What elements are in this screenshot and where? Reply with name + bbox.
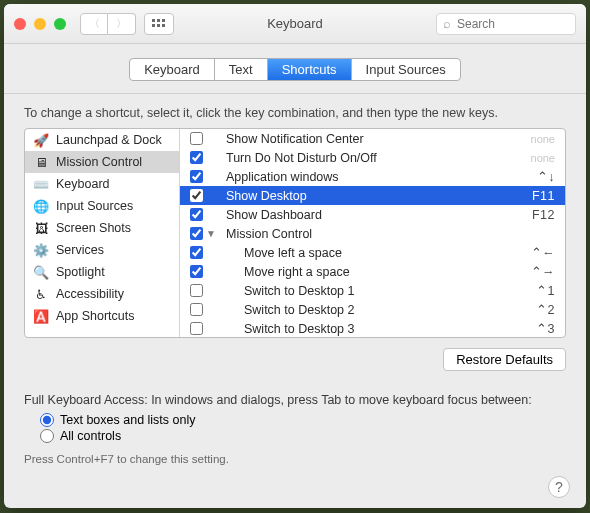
fka-option[interactable]: All controls [40, 429, 566, 443]
category-label: Screen Shots [56, 221, 131, 235]
shortcut-key[interactable]: ⌃← [531, 245, 556, 260]
restore-defaults-button[interactable]: Restore Defaults [443, 348, 566, 371]
svg-rect-2 [162, 19, 165, 22]
shortcut-label: Move left a space [220, 246, 531, 260]
help-button[interactable]: ? [548, 476, 570, 498]
shortcut-key[interactable]: ⌃2 [536, 302, 555, 317]
category-list[interactable]: 🚀Launchpad & Dock🖥Mission Control⌨️Keybo… [25, 129, 180, 337]
shortcut-row[interactable]: Switch to Desktop 2⌃2 [180, 300, 565, 319]
shortcut-checkbox[interactable] [190, 189, 203, 202]
svg-rect-4 [157, 24, 160, 27]
fka-options: Text boxes and lists onlyAll controls [40, 413, 566, 445]
shortcut-row[interactable]: Turn Do Not Disturb On/Offnone [180, 148, 565, 167]
category-label: Accessibility [56, 287, 124, 301]
shortcut-row[interactable]: Move right a space⌃→ [180, 262, 565, 281]
shortcut-checkbox[interactable] [190, 170, 203, 183]
forward-button[interactable]: 〉 [108, 13, 136, 35]
tab-keyboard[interactable]: Keyboard [130, 59, 215, 80]
category-icon: 🖼 [33, 220, 49, 236]
category-icon: ⚙️ [33, 242, 49, 258]
nav-buttons: 〈 〉 [80, 13, 136, 35]
shortcut-label: Application windows [220, 170, 537, 184]
grid-icon [152, 19, 166, 29]
category-label: Spotlight [56, 265, 105, 279]
shortcut-checkbox[interactable] [190, 208, 203, 221]
shortcut-row[interactable]: ▼Mission Control [180, 224, 565, 243]
category-launchpad-dock[interactable]: 🚀Launchpad & Dock [25, 129, 179, 151]
shortcut-row[interactable]: Move left a space⌃← [180, 243, 565, 262]
shortcut-row[interactable]: Application windows⌃↓ [180, 167, 565, 186]
shortcut-label: Show Dashboard [220, 208, 532, 222]
category-spotlight[interactable]: 🔍Spotlight [25, 261, 179, 283]
svg-rect-5 [162, 24, 165, 27]
shortcut-key[interactable]: F12 [532, 208, 555, 222]
category-label: Keyboard [56, 177, 110, 191]
shortcut-label: Show Notification Center [220, 132, 531, 146]
shortcut-checkbox[interactable] [190, 246, 203, 259]
shortcut-checkbox[interactable] [190, 284, 203, 297]
shortcut-checkbox[interactable] [190, 132, 203, 145]
shortcut-key[interactable]: ⌃↓ [537, 169, 555, 184]
search-field[interactable]: ⌕ [436, 13, 576, 35]
panels: 🚀Launchpad & Dock🖥Mission Control⌨️Keybo… [24, 128, 566, 338]
content: To change a shortcut, select it, click t… [4, 94, 586, 508]
category-mission-control[interactable]: 🖥Mission Control [25, 151, 179, 173]
shortcut-row[interactable]: Switch to Desktop 1⌃1 [180, 281, 565, 300]
back-button[interactable]: 〈 [80, 13, 108, 35]
svg-rect-0 [152, 19, 155, 22]
search-input[interactable] [457, 17, 590, 31]
shortcut-ghost: none [531, 133, 555, 145]
category-icon: 🅰️ [33, 308, 49, 324]
shortcut-checkbox[interactable] [190, 322, 203, 335]
category-screen-shots[interactable]: 🖼Screen Shots [25, 217, 179, 239]
close-button[interactable] [14, 18, 26, 30]
category-icon: 🚀 [33, 132, 49, 148]
shortcut-checkbox[interactable] [190, 151, 203, 164]
shortcut-checkbox[interactable] [190, 227, 203, 240]
shortcut-list[interactable]: Show Notification CenternoneTurn Do Not … [180, 129, 565, 337]
category-label: Launchpad & Dock [56, 133, 162, 147]
shortcut-row[interactable]: Show DashboardF12 [180, 205, 565, 224]
tab-shortcuts[interactable]: Shortcuts [268, 59, 352, 80]
shortcut-row[interactable]: Show Notification Centernone [180, 129, 565, 148]
preferences-window: 〈 〉 Keyboard ⌕ KeyboardTextShortcutsInpu… [4, 4, 586, 508]
fka-option[interactable]: Text boxes and lists only [40, 413, 566, 427]
category-input-sources[interactable]: 🌐Input Sources [25, 195, 179, 217]
full-keyboard-access-label: Full Keyboard Access: In windows and dia… [24, 393, 566, 407]
shortcut-label: Switch to Desktop 1 [220, 284, 536, 298]
fka-option-label: Text boxes and lists only [60, 413, 196, 427]
shortcut-label: Switch to Desktop 2 [220, 303, 536, 317]
shortcut-label: Mission Control [220, 227, 555, 241]
instruction-text: To change a shortcut, select it, click t… [24, 106, 566, 120]
shortcut-checkbox[interactable] [190, 303, 203, 316]
zoom-button[interactable] [54, 18, 66, 30]
shortcut-row[interactable]: Switch to Desktop 3⌃3 [180, 319, 565, 337]
category-label: Input Sources [56, 199, 133, 213]
shortcut-key[interactable]: ⌃1 [536, 283, 555, 298]
category-icon: 🖥 [33, 154, 49, 170]
category-keyboard[interactable]: ⌨️Keyboard [25, 173, 179, 195]
shortcut-label: Show Desktop [220, 189, 532, 203]
search-icon: ⌕ [443, 16, 451, 31]
fka-radio[interactable] [40, 413, 54, 427]
show-all-button[interactable] [144, 13, 174, 35]
shortcut-label: Turn Do Not Disturb On/Off [220, 151, 531, 165]
shortcut-key[interactable]: ⌃→ [531, 264, 556, 279]
category-services[interactable]: ⚙️Services [25, 239, 179, 261]
minimize-button[interactable] [34, 18, 46, 30]
tab-text[interactable]: Text [215, 59, 268, 80]
shortcut-key[interactable]: F11 [532, 189, 555, 203]
shortcut-checkbox[interactable] [190, 265, 203, 278]
shortcut-key[interactable]: ⌃3 [536, 321, 555, 336]
category-accessibility[interactable]: ♿︎Accessibility [25, 283, 179, 305]
fka-radio[interactable] [40, 429, 54, 443]
category-icon: 🌐 [33, 198, 49, 214]
category-label: Mission Control [56, 155, 142, 169]
tab-input-sources[interactable]: Input Sources [352, 59, 460, 80]
shortcut-row[interactable]: Show DesktopF11 [180, 186, 565, 205]
window-controls [14, 18, 66, 30]
category-icon: ⌨️ [33, 176, 49, 192]
fka-hint: Press Control+F7 to change this setting. [24, 453, 566, 465]
category-app-shortcuts[interactable]: 🅰️App Shortcuts [25, 305, 179, 327]
category-label: App Shortcuts [56, 309, 135, 323]
